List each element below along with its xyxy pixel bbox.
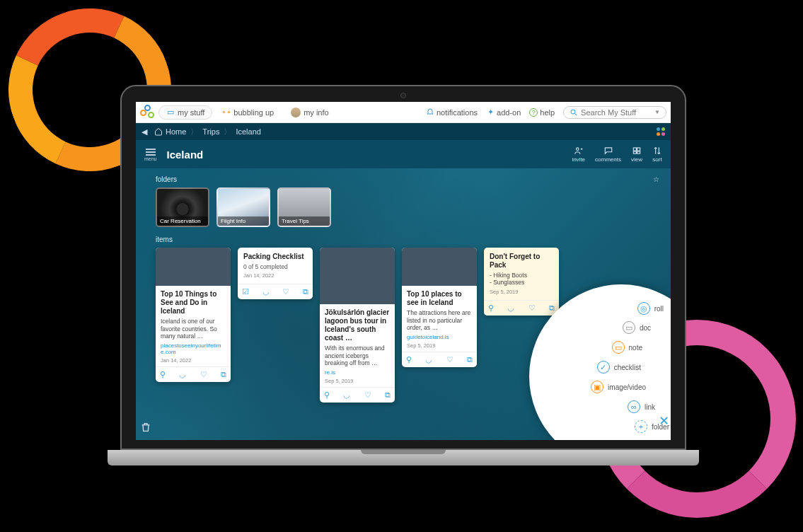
nav-help[interactable]: ? help — [529, 108, 555, 117]
note-list: Hiking Boots Sunglasses — [490, 272, 553, 286]
bubble-icon: ∘∘ — [222, 108, 231, 117]
avatar-icon — [291, 108, 301, 117]
comment-icon[interactable]: ◡ — [343, 391, 350, 400]
copy-icon[interactable]: ⧉ — [467, 355, 473, 364]
card-title: Jökulsárlón glacier lagoon bus tour in I… — [325, 308, 390, 342]
add-link[interactable]: ∞ link — [628, 400, 655, 413]
svg-point-0 — [571, 110, 575, 114]
like-icon[interactable]: ♡ — [528, 303, 536, 313]
copy-icon[interactable]: ⧉ — [549, 303, 555, 313]
card-date: Jan 14, 2022 — [161, 357, 226, 364]
like-icon[interactable]: ♡ — [200, 370, 207, 379]
card-glacier-tour[interactable]: Jökulsárlón glacier lagoon bus tour in I… — [320, 248, 395, 403]
page-title: Iceland — [167, 149, 204, 161]
card-date: Sep 5, 2019 — [490, 289, 553, 295]
add-imagevideo[interactable]: ▣ image/video — [591, 381, 646, 393]
tab-mystuff[interactable]: ▭ my stuff — [158, 105, 212, 120]
app-logo[interactable] — [140, 105, 156, 120]
card-top10-places[interactable]: Top 10 places to see in Iceland The attr… — [402, 248, 477, 367]
add-roll-label: roll — [654, 305, 664, 313]
card-link[interactable]: placestoseeinyourlifetime.com — [161, 342, 226, 355]
main-content: folders ☆ Car Reservation Flight Info Tr… — [136, 168, 671, 440]
search-box[interactable]: ▼ — [563, 106, 666, 119]
folder-travel-tips[interactable]: Travel Tips — [277, 187, 331, 227]
tab-bubbling-label: bubbling up — [233, 108, 274, 117]
card-date: Jan 14, 2022 — [243, 272, 307, 279]
svg-point-1 — [576, 148, 579, 151]
nav-addon[interactable]: ✦ add-on — [486, 108, 521, 117]
folder-label: Travel Tips — [279, 216, 330, 226]
svg-rect-3 — [637, 148, 640, 151]
search-input[interactable] — [581, 108, 652, 117]
attach-icon[interactable]: ⚲ — [406, 355, 412, 364]
copy-icon[interactable]: ⧉ — [221, 370, 226, 379]
tab-bubbling[interactable]: ∘∘ bubbling up — [215, 106, 281, 119]
comment-icon[interactable]: ◡ — [262, 287, 270, 296]
checklist-progress: 0 of 5 completed — [243, 263, 307, 270]
note-icon: ▭ — [612, 341, 625, 354]
action-invite[interactable]: invite — [572, 146, 585, 163]
check-icon[interactable]: ☑ — [242, 287, 249, 296]
like-icon[interactable]: ♡ — [446, 355, 454, 364]
copy-icon[interactable]: ⧉ — [303, 287, 308, 296]
add-doc[interactable]: ▭ doc — [623, 321, 651, 334]
add-imagevideo-label: image/video — [608, 383, 646, 391]
card-desc: Iceland is one of our favorite countries… — [161, 318, 226, 340]
card-dont-forget[interactable]: Don't Forget to Pack Hiking Boots Sungla… — [484, 248, 559, 316]
note-item: Hiking Boots — [490, 272, 553, 279]
action-comments[interactable]: comments — [595, 146, 621, 163]
attach-icon[interactable]: ⚲ — [488, 303, 494, 313]
menu-button[interactable]: menu — [144, 148, 157, 161]
card-footer: ⚲ ◡ ♡ ⧉ — [484, 300, 559, 316]
attach-icon[interactable]: ⚲ — [324, 391, 330, 400]
app-screen: ▭ my stuff ∘∘ bubbling up my info — [136, 102, 671, 440]
action-sort[interactable]: sort — [652, 146, 662, 163]
crumb-iceland[interactable]: Iceland — [236, 127, 260, 136]
add-link-label: link — [645, 403, 655, 411]
notifications-label: notifications — [437, 108, 478, 117]
like-icon[interactable]: ♡ — [282, 287, 289, 296]
card-link[interactable]: re.is — [325, 369, 390, 376]
like-icon[interactable]: ♡ — [364, 391, 371, 400]
app-switcher-icon[interactable] — [657, 127, 665, 136]
back-button[interactable]: ◀ — [141, 127, 147, 137]
note-item: Sunglasses — [490, 279, 553, 286]
nav-notifications[interactable]: notifications — [426, 108, 478, 117]
comment-icon[interactable]: ◡ — [507, 303, 514, 313]
title-bar: menu Iceland invite comments view — [136, 140, 671, 168]
puzzle-icon: ✦ — [486, 108, 495, 117]
add-note[interactable]: ▭ note — [612, 341, 642, 354]
folder-flight-info[interactable]: Flight Info — [216, 187, 270, 227]
crumb-sep: 〉 — [224, 127, 231, 137]
action-view[interactable]: view — [631, 146, 642, 163]
doc-icon: ▭ — [623, 321, 635, 334]
folder-car-reservation[interactable]: Car Reservation — [156, 187, 209, 227]
add-checklist[interactable]: ✓ checklist — [597, 361, 641, 374]
comment-icon[interactable]: ◡ — [179, 370, 186, 379]
sort-icon — [652, 146, 662, 156]
radial-close-button[interactable]: ✕ — [659, 413, 669, 429]
crumb-trips[interactable]: Trips — [202, 127, 219, 136]
dropdown-caret-icon[interactable]: ▼ — [654, 109, 660, 115]
action-comments-label: comments — [595, 156, 621, 163]
laptop-base — [108, 450, 699, 466]
card-image — [320, 248, 395, 304]
card-image — [156, 248, 231, 286]
card-image — [402, 248, 477, 286]
tab-myinfo[interactable]: my info — [284, 105, 335, 120]
crumb-home[interactable]: Home — [166, 127, 186, 136]
roll-icon: ◎ — [637, 302, 650, 315]
comment-icon[interactable]: ◡ — [425, 355, 432, 364]
trash-button[interactable] — [140, 422, 151, 436]
card-desc: With its enormous and ancient icebergs b… — [325, 345, 390, 367]
attach-icon[interactable]: ⚲ — [160, 370, 166, 379]
add-roll[interactable]: ◎ roll — [637, 302, 664, 315]
folders-row: Car Reservation Flight Info Travel Tips — [156, 187, 659, 227]
card-packing-checklist[interactable]: Packing Checklist 0 of 5 completed Jan 1… — [238, 248, 313, 299]
invite-icon — [574, 146, 584, 156]
card-link[interactable]: guidetoiceland.is — [407, 334, 472, 340]
laptop-frame: ▭ my stuff ∘∘ bubbling up my info — [120, 85, 686, 466]
card-top10-things[interactable]: Top 10 Things to See and Do in Iceland I… — [156, 248, 231, 382]
star-icon[interactable]: ☆ — [653, 175, 659, 183]
copy-icon[interactable]: ⧉ — [385, 391, 391, 400]
